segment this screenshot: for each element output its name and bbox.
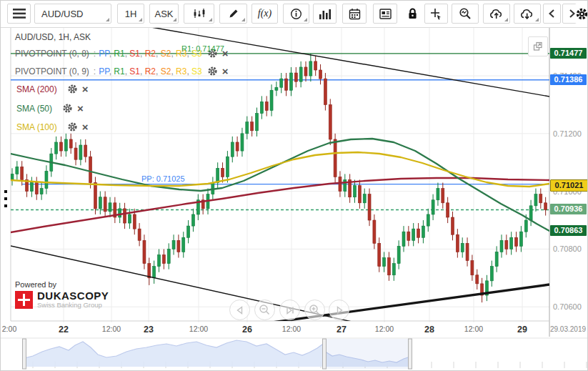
indicator-name: SMA (50) [16, 104, 52, 114]
calendar-button[interactable] [342, 4, 367, 24]
price-side-select[interactable]: ASK [149, 4, 179, 24]
indicator-row-sma100: SMA (100) × [16, 122, 88, 132]
chevron-left-icon [547, 8, 558, 19]
indicator-row-sma50: SMA (50) × [16, 103, 84, 114]
menu-icon [13, 9, 26, 19]
step-right-icon [334, 305, 345, 316]
instrument-select[interactable]: AUD/USD [34, 4, 111, 24]
toolbar: AUD/USD 1H ASK f(x) [1, 1, 588, 28]
step-left-icon [234, 305, 246, 316]
volume-button[interactable] [313, 4, 337, 24]
close-icon[interactable]: × [222, 66, 229, 76]
pivot-level-s3[interactable]: S3 [191, 66, 202, 76]
scroll-left-button[interactable] [543, 4, 561, 24]
pivot-level-pp[interactable]: PP [99, 49, 109, 59]
crosshair-button[interactable] [424, 4, 448, 24]
indicator-row-pivot-8: PIVOTPOINT (0, 8) : PP, R1, S1, R2, S2, … [15, 48, 229, 59]
pivot-level-s1[interactable]: S1 [129, 49, 140, 59]
indicator-name: SMA (200) [16, 84, 57, 94]
close-icon[interactable]: × [82, 84, 89, 94]
gear-icon[interactable] [62, 103, 73, 114]
pivot-level-r3[interactable]: R3 [176, 66, 186, 76]
indicator-name: PIVOTPOINT (0, 8) [15, 49, 89, 59]
pivot-level-r2[interactable]: R2 [145, 66, 156, 76]
settings-gear-icon [575, 7, 588, 21]
brand-subtitle: Swiss Banking Group [37, 301, 109, 309]
timeframe-select[interactable]: 1H [117, 4, 144, 24]
pivot-level-r3[interactable]: R3 [176, 49, 186, 59]
popout-button[interactable] [528, 36, 548, 56]
pivot-level-pp[interactable]: PP [99, 66, 109, 76]
pivot-level-s3[interactable]: S3 [191, 49, 202, 59]
function-icon: f(x) [258, 8, 271, 19]
chart-drag-handle[interactable] [4, 204, 7, 207]
pivot-level-r1[interactable]: R1 [114, 66, 124, 76]
step-left-button[interactable] [229, 300, 250, 320]
news-button[interactable] [373, 4, 397, 24]
gear-icon[interactable] [67, 122, 78, 132]
cloud-upload-icon [489, 8, 504, 19]
crosshair-icon [430, 8, 442, 20]
chart-widget: AUD/USD 1H ASK f(x) [0, 0, 588, 371]
zoom-out-icon [259, 304, 271, 316]
minimap-handle[interactable] [409, 339, 412, 369]
info-icon [290, 8, 302, 20]
chart-drag-handle[interactable] [4, 197, 7, 200]
minimap-handle[interactable] [323, 339, 327, 369]
pivot-level-s1[interactable]: S1 [129, 66, 140, 76]
pivot-level-s2[interactable]: S2 [161, 66, 171, 76]
indicator-row-sma200: SMA (200) × [16, 84, 88, 94]
draw-button[interactable] [219, 4, 247, 24]
pivot-level-r2[interactable]: R2 [145, 49, 156, 59]
info-button[interactable] [283, 4, 309, 24]
zoom-in-button[interactable] [304, 300, 325, 320]
indicator-name: PIVOTPOINT (0, 9) [15, 66, 89, 76]
zoom-data-button[interactable] [452, 4, 479, 24]
popout-icon [532, 41, 544, 52]
chart-type-icon [193, 8, 206, 19]
close-icon[interactable]: × [77, 103, 84, 114]
menu-button[interactable] [7, 4, 31, 24]
step-right-button[interactable] [329, 300, 349, 320]
gear-icon[interactable] [67, 84, 78, 94]
indicator-name: SMA (100) [16, 122, 57, 132]
close-icon[interactable]: × [82, 122, 89, 132]
settings-button[interactable] [575, 4, 588, 24]
price-side-label: ASK [154, 9, 173, 19]
load-download-button[interactable] [514, 4, 541, 24]
timeframe-label: 1H [125, 9, 137, 19]
cloud-download-icon [520, 8, 534, 19]
lock-icon [407, 7, 419, 20]
indicator-row-pivot-9: PIVOTPOINT (0, 9) : PP, R1, S1, R2, S2, … [15, 66, 229, 76]
brand-block: Powered by DUKASCOPY Swiss Banking Group [15, 280, 109, 309]
zoom-out-button[interactable] [254, 300, 275, 320]
gear-icon[interactable] [207, 48, 218, 59]
zoom-data-icon [459, 7, 472, 20]
draw-pencil-icon [228, 8, 239, 19]
go-to-end-button[interactable] [279, 300, 300, 320]
pivot-level-r1[interactable]: R1 [114, 49, 124, 59]
news-icon [379, 9, 392, 19]
chart-drag-handle[interactable] [4, 190, 7, 193]
gear-icon[interactable] [207, 66, 218, 76]
functions-button[interactable]: f(x) [251, 4, 278, 24]
close-icon[interactable]: × [222, 48, 229, 59]
swiss-cross-logo [15, 291, 33, 309]
calendar-icon [349, 8, 361, 20]
powered-by-text: Powered by [15, 280, 109, 289]
go-to-end-icon [284, 305, 296, 316]
volume-bars-icon [319, 9, 331, 19]
instrument-label: AUD/USD [41, 9, 84, 19]
zoom-in-icon [309, 304, 321, 316]
save-upload-button[interactable] [483, 4, 510, 24]
chart-type-button[interactable] [184, 4, 214, 24]
pivot-level-s2[interactable]: S2 [161, 49, 171, 59]
lock-button[interactable] [402, 4, 423, 24]
minimap-handle[interactable] [23, 339, 26, 369]
brand-name: DUKASCOPY [37, 291, 109, 301]
